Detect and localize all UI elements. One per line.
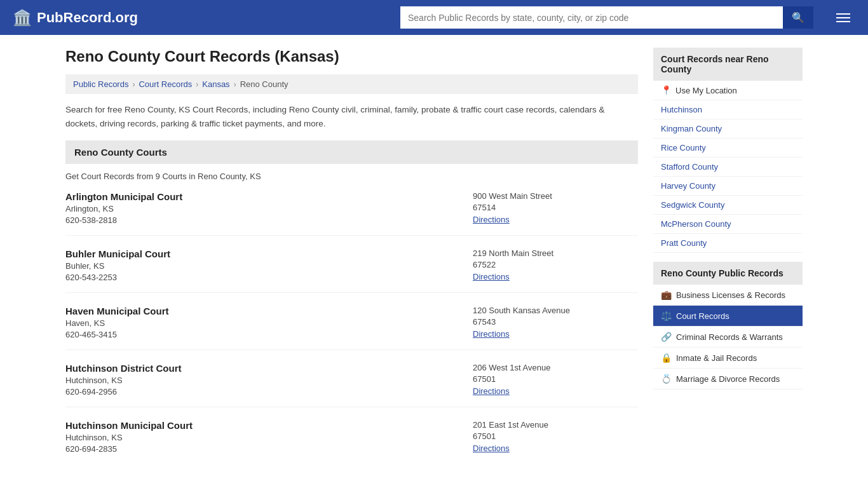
court-right-2: 120 South Kansas Avenue 67543 Directions [460, 306, 638, 339]
sidebar-nearby-list: 📍 Use My Location Hutchinson Kingman Cou… [653, 81, 803, 253]
court-name-2: Haven Municipal Court [65, 306, 460, 316]
court-location-1: Buhler, KS [65, 261, 460, 271]
sidebar-use-location[interactable]: 📍 Use My Location [653, 81, 803, 100]
logo-icon: 🏛️ [13, 9, 32, 27]
courts-section-heading: Reno County Courts [65, 140, 638, 164]
court-location-4: Hutchinson, KS [65, 433, 460, 442]
sidebar-item-sedgwick[interactable]: Sedgwick County [653, 196, 803, 215]
court-left-0: Arlington Municipal Court Arlington, KS … [65, 191, 460, 225]
sidebar-pub-marriage[interactable]: 💍 Marriage & Divorce Records [653, 369, 803, 390]
sidebar: Court Records near Reno County 📍 Use My … [653, 48, 803, 477]
court-left-2: Haven Municipal Court Haven, KS 620-465-… [65, 306, 460, 339]
search-input[interactable] [400, 6, 783, 29]
courts-heading-text: Reno County Courts [74, 147, 167, 158]
hamburger-icon [836, 13, 850, 22]
court-entry-0: Arlington Municipal Court Arlington, KS … [65, 191, 638, 236]
marriage-records-icon: 💍 [661, 374, 672, 384]
court-phone-3: 620-694-2956 [65, 387, 460, 396]
court-address-4: 201 East 1st Avenue [473, 420, 638, 430]
court-name-4: Hutchinson Municipal Court [65, 420, 460, 431]
court-left-3: Hutchinson District Court Hutchinson, KS… [65, 363, 460, 396]
court-entry-2: Haven Municipal Court Haven, KS 620-465-… [65, 306, 638, 350]
court-name-3: Hutchinson District Court [65, 363, 460, 374]
sidebar-item-hutchinson[interactable]: Hutchinson [653, 100, 803, 119]
court-address-3: 206 West 1st Avenue [473, 363, 638, 372]
court-phone-2: 620-465-3415 [65, 330, 460, 339]
court-entry-3: Hutchinson District Court Hutchinson, KS… [65, 363, 638, 407]
sidebar-item-kingman[interactable]: Kingman County [653, 119, 803, 139]
breadcrumb-court-records[interactable]: Court Records [139, 79, 192, 89]
sidebar-pub-criminal[interactable]: 🔗 Criminal Records & Warrants [653, 327, 803, 348]
sidebar-public-records-title: Reno County Public Records [653, 262, 803, 285]
page-content: Reno County Court Records (Kansas) Publi… [53, 35, 815, 477]
sidebar-item-stafford[interactable]: Stafford County [653, 158, 803, 177]
directions-link-0[interactable]: Directions [473, 215, 510, 224]
sidebar-pub-court-records[interactable]: ⚖️ Court Records [653, 306, 803, 327]
court-location-3: Hutchinson, KS [65, 376, 460, 385]
criminal-records-icon: 🔗 [661, 332, 672, 342]
court-phone-0: 620-538-2818 [65, 215, 460, 225]
court-zip-3: 67501 [473, 374, 638, 384]
court-entry-4: Hutchinson Municipal Court Hutchinson, K… [65, 420, 638, 464]
court-address-0: 900 West Main Street [473, 191, 638, 201]
court-right-1: 219 North Main Street 67522 Directions [460, 248, 638, 282]
logo-text: PubRecord.org [37, 10, 138, 26]
breadcrumb-reno-county: Reno County [240, 79, 288, 89]
court-left-4: Hutchinson Municipal Court Hutchinson, K… [65, 420, 460, 454]
court-zip-2: 67543 [473, 317, 638, 327]
sidebar-item-rice[interactable]: Rice County [653, 139, 803, 158]
courts-count: Get Court Records from 9 Courts in Reno … [65, 172, 638, 181]
inmate-records-icon: 🔒 [661, 353, 672, 363]
court-address-1: 219 North Main Street [473, 248, 638, 258]
court-phone-1: 620-543-2253 [65, 273, 460, 282]
directions-link-4[interactable]: Directions [473, 444, 510, 453]
breadcrumb: Public Records › Court Records › Kansas … [65, 74, 638, 94]
sidebar-item-pratt[interactable]: Pratt County [653, 234, 803, 253]
sidebar-item-mcpherson[interactable]: McPherson County [653, 215, 803, 234]
court-right-4: 201 East 1st Avenue 67501 Directions [460, 420, 638, 454]
page-description: Search for free Reno County, KS Court Re… [65, 103, 638, 130]
court-right-3: 206 West 1st Avenue 67501 Directions [460, 363, 638, 396]
search-icon: 🔍 [792, 12, 804, 23]
breadcrumb-sep-1: › [132, 80, 135, 89]
court-phone-4: 620-694-2835 [65, 444, 460, 454]
court-records-icon: ⚖️ [661, 311, 672, 321]
court-left-1: Buhler Municipal Court Buhler, KS 620-54… [65, 248, 460, 282]
breadcrumb-sep-2: › [196, 80, 198, 89]
header: 🏛️ PubRecord.org 🔍 [0, 0, 868, 35]
court-name-1: Buhler Municipal Court [65, 248, 460, 259]
directions-link-2[interactable]: Directions [473, 329, 510, 339]
search-button[interactable]: 🔍 [783, 6, 813, 29]
court-name-0: Arlington Municipal Court [65, 191, 460, 202]
sidebar-public-records-list: 💼 Business Licenses & Records ⚖️ Court R… [653, 285, 803, 390]
court-entry-1: Buhler Municipal Court Buhler, KS 620-54… [65, 248, 638, 293]
court-location-0: Arlington, KS [65, 204, 460, 214]
directions-link-1[interactable]: Directions [473, 272, 510, 281]
directions-link-3[interactable]: Directions [473, 386, 510, 396]
location-pin-icon: 📍 [661, 85, 672, 95]
main-section: Reno County Court Records (Kansas) Publi… [65, 48, 638, 477]
sidebar-nearby-title: Court Records near Reno County [653, 48, 803, 81]
menu-button[interactable] [831, 11, 855, 25]
business-icon: 💼 [661, 290, 672, 300]
breadcrumb-public-records[interactable]: Public Records [73, 79, 128, 89]
courts-list: Arlington Municipal Court Arlington, KS … [65, 191, 638, 464]
search-area: 🔍 [400, 6, 813, 29]
breadcrumb-kansas[interactable]: Kansas [202, 79, 229, 89]
sidebar-pub-inmate[interactable]: 🔒 Inmate & Jail Records [653, 348, 803, 369]
use-location-label: Use My Location [675, 86, 737, 95]
court-zip-0: 67514 [473, 203, 638, 212]
court-address-2: 120 South Kansas Avenue [473, 306, 638, 315]
breadcrumb-sep-3: › [234, 80, 236, 89]
court-zip-1: 67522 [473, 260, 638, 269]
page-title: Reno County Court Records (Kansas) [65, 48, 638, 65]
court-location-2: Haven, KS [65, 318, 460, 328]
court-zip-4: 67501 [473, 431, 638, 441]
sidebar-item-harvey[interactable]: Harvey County [653, 177, 803, 196]
sidebar-pub-business[interactable]: 💼 Business Licenses & Records [653, 285, 803, 306]
logo-link[interactable]: 🏛️ PubRecord.org [13, 9, 138, 27]
court-right-0: 900 West Main Street 67514 Directions [460, 191, 638, 225]
